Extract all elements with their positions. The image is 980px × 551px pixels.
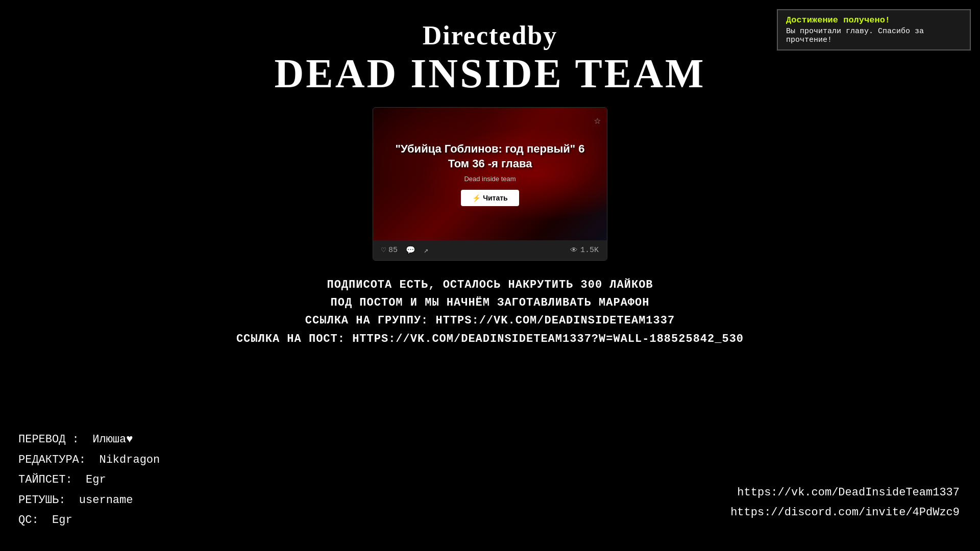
- views-count: 1.5K: [580, 246, 599, 255]
- typeset-label: ТАЙПСЕТ:: [18, 473, 72, 486]
- team-name-label: DEAD INSIDE TEAM: [275, 51, 706, 97]
- post-title: "Убийца Гоблинов: год первый" 6 Том 36 -…: [373, 142, 607, 171]
- center-text-block: ПОДПИСОТА ЕСТЬ, ОСТАЛОСЬ НАКРУТИТЬ 300 Л…: [236, 276, 744, 348]
- retouch-value: username: [79, 494, 133, 507]
- directed-by-label: Directedby: [423, 20, 558, 51]
- main-content: Directedby DEAD INSIDE TEAM ☆ "Убийца Го…: [0, 0, 980, 362]
- post-image: ☆ "Убийца Гоблинов: год первый" 6 Том 36…: [373, 108, 607, 240]
- credits-area: ПЕРЕВОД : Илюша♥ РЕДАКТУРА: Nikdragon ТА…: [18, 430, 160, 531]
- share-item[interactable]: ↗: [424, 245, 428, 255]
- likes-item[interactable]: ♡ 85: [381, 245, 398, 255]
- center-line-3: ССЫЛКА НА ГРУППУ: HTTPS://VK.COM/DEADINS…: [236, 312, 744, 330]
- credit-retouch: РЕТУШЬ: username: [18, 490, 160, 511]
- translation-value: Илюша♥: [92, 433, 133, 446]
- achievement-description: Вы прочитали главу. Спасибо за прочтение…: [786, 27, 962, 44]
- credit-editor: РЕДАКТУРА: Nikdragon: [18, 450, 160, 470]
- eye-icon: 👁: [570, 246, 578, 255]
- center-line-4: ССЫЛКА НА ПОСТ: HTTPS://VK.COM/DEADINSID…: [236, 330, 744, 348]
- center-line-1: ПОДПИСОТА ЕСТЬ, ОСТАЛОСЬ НАКРУТИТЬ 300 Л…: [236, 276, 744, 294]
- vk-link[interactable]: https://vk.com/DeadInsideTeam1337: [730, 483, 960, 503]
- star-icon[interactable]: ☆: [594, 114, 601, 128]
- qc-label: QC:: [18, 514, 39, 527]
- qc-value: Egr: [52, 514, 72, 527]
- heart-icon: ♡: [381, 245, 386, 255]
- links-area: https://vk.com/DeadInsideTeam1337 https:…: [730, 483, 960, 523]
- share-icon: ↗: [424, 245, 428, 255]
- post-footer: ♡ 85 💬 ↗ 👁 1.5K: [373, 240, 607, 260]
- center-line-2: ПОД ПОСТОМ И МЫ НАЧНЁМ ЗАГОТАВЛИВАТЬ МАР…: [236, 294, 744, 312]
- comment-icon: 💬: [406, 245, 415, 255]
- achievement-notification: Достижение получено! Вы прочитали главу.…: [777, 9, 971, 51]
- credit-qc: QC: Egr: [18, 510, 160, 531]
- achievement-title: Достижение получено!: [786, 15, 962, 25]
- read-button[interactable]: ⚡ Читать: [461, 190, 519, 206]
- translation-label: ПЕРЕВОД :: [18, 433, 79, 446]
- likes-count: 85: [388, 246, 398, 255]
- typeset-value: Egr: [86, 473, 106, 486]
- vk-post-card: ☆ "Убийца Гоблинов: год первый" 6 Том 36…: [373, 107, 607, 261]
- comment-item[interactable]: 💬: [406, 245, 415, 255]
- credit-translation: ПЕРЕВОД : Илюша♥: [18, 430, 160, 450]
- post-team-label: Dead inside team: [464, 175, 516, 183]
- views-item: 👁 1.5K: [570, 246, 599, 255]
- discord-link[interactable]: https://discord.com/invite/4PdWzc9: [730, 503, 960, 523]
- retouch-label: РЕТУШЬ:: [18, 494, 65, 507]
- editor-value: Nikdragon: [99, 454, 160, 466]
- editor-label: РЕДАКТУРА:: [18, 454, 86, 466]
- credit-typeset: ТАЙПСЕТ: Egr: [18, 470, 160, 490]
